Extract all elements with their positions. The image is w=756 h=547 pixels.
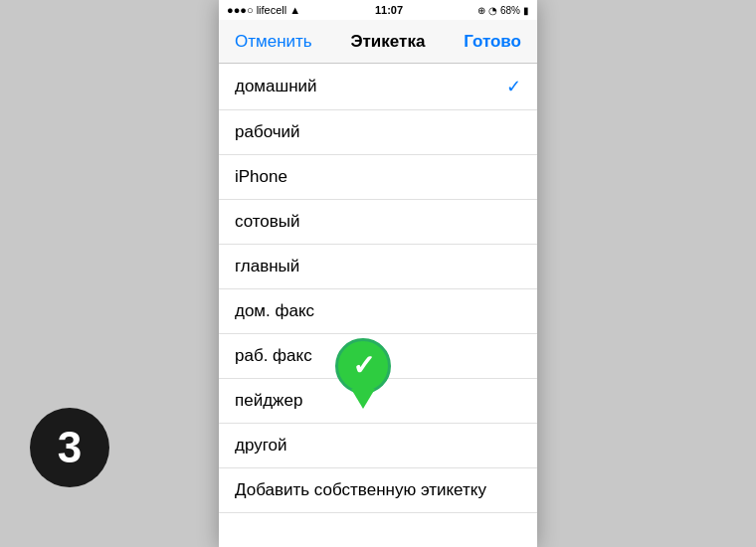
phone-frame: ●●●○ lifecell ▲ 11:07 ⊕ ◔ 68% ▮ Отменить… (219, 0, 537, 547)
list-item-label: главный (235, 257, 299, 276)
nav-title: Этикетка (350, 32, 425, 52)
add-custom-label-text: Добавить собственную этикетку (235, 480, 486, 500)
cancel-button[interactable]: Отменить (235, 32, 312, 52)
pin-checkmark: ✓ (352, 352, 375, 380)
list-item-label: iPhone (235, 167, 287, 187)
list-item[interactable]: главный (219, 245, 537, 289)
location-pin: ✓ (328, 338, 398, 418)
status-right: ⊕ ◔ 68% ▮ (477, 5, 529, 16)
list-item-label: домашний (235, 77, 317, 96)
carrier-text: ●●●○ lifecell (227, 4, 286, 16)
status-left: ●●●○ lifecell ▲ (227, 4, 300, 16)
list-item-label: пейджер (235, 391, 302, 411)
list-item-label: другой (235, 436, 286, 456)
battery-icon: ▮ (523, 5, 529, 16)
battery-text: 68% (500, 5, 520, 16)
list-item[interactable]: дом. факс (219, 289, 537, 334)
done-button[interactable]: Готово (464, 32, 521, 52)
list-item-label: дом. факс (235, 301, 314, 321)
list-item[interactable]: домашний✓ (219, 64, 537, 110)
list-item[interactable]: другой (219, 424, 537, 468)
label-list: домашний✓рабочийiPhoneсотовыйглавныйдом.… (219, 64, 537, 547)
nav-bar: Отменить Этикетка Готово (219, 20, 537, 64)
location-icon: ⊕ (477, 5, 485, 16)
status-bar: ●●●○ lifecell ▲ 11:07 ⊕ ◔ 68% ▮ (219, 0, 537, 20)
checkmark-icon: ✓ (506, 76, 521, 97)
status-time: 11:07 (375, 4, 403, 16)
list-item[interactable]: сотовый (219, 200, 537, 245)
list-item-label: рабочий (235, 122, 300, 142)
alarm-icon: ◔ (488, 5, 497, 16)
list-item-label: сотовый (235, 212, 300, 232)
add-custom-label-button[interactable]: Добавить собственную этикетку (219, 468, 537, 513)
wifi-icon: ▲ (289, 4, 300, 16)
pin-circle: ✓ (335, 338, 391, 394)
step-badge: 3 (30, 408, 109, 487)
list-item[interactable]: iPhone (219, 155, 537, 200)
list-item-label: раб. факс (235, 346, 312, 366)
list-item[interactable]: рабочий (219, 110, 537, 155)
